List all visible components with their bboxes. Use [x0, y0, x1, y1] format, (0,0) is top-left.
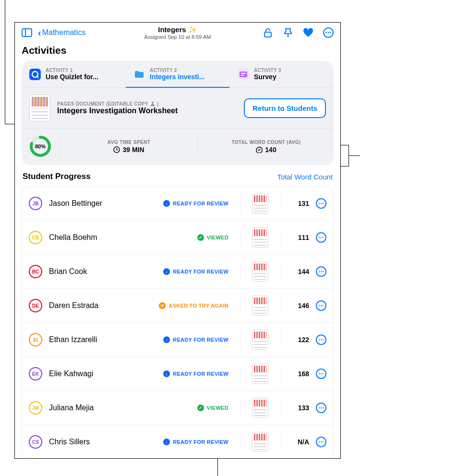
divider	[240, 331, 241, 348]
row-more-button[interactable]: ⋯	[316, 403, 326, 413]
stat-label: AVG TIME SPENT	[69, 140, 189, 145]
student-row[interactable]: EI Ethan Izzarelli ↓ READY FOR REVIEW 12…	[22, 323, 333, 357]
back-button[interactable]: ‹ Mathematics	[38, 28, 85, 37]
status-label: READY FOR REVIEW	[173, 337, 228, 343]
topbar: ‹ Mathematics Integers ✨ Assigned Sep 10…	[15, 23, 340, 42]
status-icon: ↓	[163, 268, 170, 275]
submission-thumbnail[interactable]	[252, 364, 268, 384]
student-row[interactable]: BC Brian Cook ↓ READY FOR REVIEW 144 ⋯	[22, 255, 333, 289]
student-avatar: JM	[29, 401, 42, 415]
status-icon: ✓	[197, 234, 204, 241]
divider	[240, 365, 241, 382]
submission-thumbnail[interactable]	[252, 296, 268, 316]
pin-icon[interactable]	[283, 27, 293, 38]
word-count: N/A	[292, 438, 309, 446]
student-avatar: BC	[29, 265, 42, 278]
status-icon: ✓	[197, 405, 204, 411]
tab-eyebrow: ACTIVITY 3	[254, 68, 281, 73]
document-meta: PAGES DOCUMENT (EDITABLE COPY ) Integers…	[57, 101, 178, 115]
document-row: PAGES DOCUMENT (EDITABLE COPY ) Integers…	[22, 88, 334, 129]
student-row[interactable]: CS Chris Sillers ↓ READY FOR REVIEW N/A …	[22, 425, 333, 459]
heart-icon[interactable]	[303, 27, 313, 38]
row-more-button[interactable]: ⋯	[316, 198, 326, 209]
row-more-button[interactable]: ⋯	[316, 266, 326, 277]
progress-ring: 80%	[29, 135, 51, 157]
submission-thumbnail[interactable]	[252, 398, 268, 418]
student-avatar: DE	[29, 299, 42, 312]
student-avatar: CB	[29, 231, 42, 244]
row-more-button[interactable]: ⋯	[316, 334, 326, 345]
divider	[240, 297, 241, 314]
person-icon	[150, 101, 155, 106]
stat-words: TOTAL WORD COUNT (AVG) 140	[206, 140, 326, 154]
word-count: 111	[292, 234, 309, 241]
return-to-students-button[interactable]: Return to Students	[244, 98, 326, 118]
divider	[197, 137, 198, 156]
status-icon: ↓	[163, 336, 170, 343]
status-label: READY FOR REVIEW	[173, 371, 228, 377]
document-thumbnail[interactable]	[29, 95, 50, 121]
svg-rect-10	[240, 71, 247, 77]
status-badge: ↺ ASKED TO TRY AGAIN	[159, 302, 228, 309]
page-title: Integers ✨	[144, 25, 211, 34]
row-more-button[interactable]: ⋯	[316, 300, 326, 311]
student-avatar: JB	[29, 197, 42, 210]
topbar-center: Integers ✨ Assigned Sep 10 at 8:59 AM	[144, 25, 211, 40]
tab-activity-1[interactable]: ACTIVITY 1 Use Quizlet for...	[22, 61, 126, 87]
sort-link[interactable]: Total Word Count	[277, 173, 333, 181]
student-row[interactable]: JM Juliana Mejia ✓ VIEWED 133 ⋯	[22, 391, 333, 425]
submission-thumbnail[interactable]	[252, 262, 268, 282]
student-list: JB Jason Bettinger ↓ READY FOR REVIEW 13…	[22, 186, 334, 459]
document-eyebrow: PAGES DOCUMENT (EDITABLE COPY )	[57, 101, 178, 107]
student-row[interactable]: EK Elie Kahwagi ↓ READY FOR REVIEW 168 ⋯	[22, 357, 333, 391]
tab-eyebrow: ACTIVITY 1	[46, 68, 98, 73]
row-more-button[interactable]: ⋯	[316, 369, 326, 379]
callout-line	[5, 0, 5, 124]
status-label: READY FOR REVIEW	[173, 439, 228, 445]
callout-line	[349, 155, 360, 156]
submission-thumbnail[interactable]	[252, 432, 268, 452]
status-label: ASKED TO TRY AGAIN	[168, 303, 228, 309]
topbar-actions	[263, 27, 334, 38]
tab-eyebrow: ACTIVITY 2	[150, 68, 204, 73]
progress-header: Student Progress Total Word Count	[15, 172, 340, 186]
quizlet-icon	[29, 69, 41, 80]
word-count: 133	[292, 404, 309, 412]
divider	[280, 297, 280, 314]
more-icon[interactable]	[323, 27, 334, 38]
divider	[280, 263, 280, 280]
divider	[280, 365, 280, 382]
submission-thumbnail[interactable]	[252, 227, 268, 248]
lock-icon[interactable]	[263, 27, 273, 38]
tab-activity-3[interactable]: ACTIVITY 3 Survey	[230, 61, 334, 87]
row-more-button[interactable]: ⋯	[316, 232, 326, 243]
sidebar-toggle-icon[interactable]	[22, 27, 32, 38]
tab-activity-2[interactable]: ACTIVITY 2 Integers Investi...	[126, 61, 230, 87]
divider	[280, 433, 280, 451]
divider	[280, 229, 280, 246]
status-label: VIEWED	[207, 405, 228, 411]
row-more-button[interactable]: ⋯	[316, 437, 326, 447]
svg-point-6	[328, 32, 329, 34]
student-row[interactable]: DE Daren Estrada ↺ ASKED TO TRY AGAIN 14…	[22, 289, 333, 323]
status-label: VIEWED	[207, 235, 228, 240]
status-badge: ✓ VIEWED	[197, 405, 228, 411]
divider	[280, 195, 280, 212]
submission-thumbnail[interactable]	[252, 330, 268, 350]
stat-value: 39 MIN	[69, 146, 189, 154]
divider	[240, 229, 241, 246]
divider	[280, 331, 280, 348]
status-badge: ↓ READY FOR REVIEW	[163, 439, 228, 445]
student-row[interactable]: JB Jason Bettinger ↓ READY FOR REVIEW 13…	[22, 187, 333, 221]
student-row[interactable]: CB Chella Boehm ✓ VIEWED 111 ⋯	[22, 221, 333, 255]
word-count: 144	[292, 268, 309, 275]
student-avatar: EI	[29, 333, 42, 346]
submission-thumbnail[interactable]	[252, 193, 268, 214]
progress-title: Student Progress	[23, 172, 91, 181]
folder-icon	[133, 69, 145, 80]
status-label: READY FOR REVIEW	[173, 269, 228, 274]
word-count: 168	[292, 370, 309, 378]
status-icon: ↓	[163, 370, 170, 377]
status-badge: ↓ READY FOR REVIEW	[163, 336, 228, 343]
tab-label: Use Quizlet for...	[46, 73, 98, 81]
